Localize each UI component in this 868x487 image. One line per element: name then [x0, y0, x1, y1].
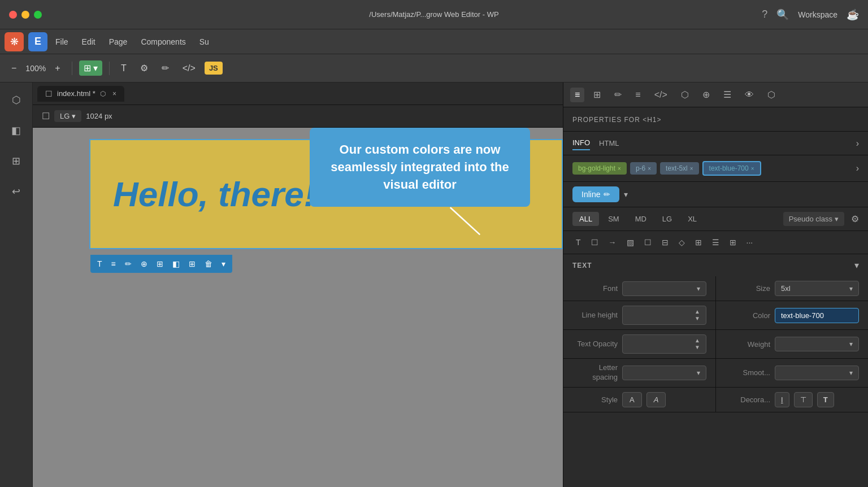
tab-html[interactable]: HTML — [599, 137, 619, 150]
menu-su[interactable]: Su — [194, 35, 215, 49]
panel-copy-icon[interactable]: ⊞ — [589, 87, 605, 102]
adjust-tool[interactable]: ⚙ — [136, 60, 153, 76]
text-section-arrow[interactable]: ▾ — [854, 260, 859, 271]
sidebar-layers-icon[interactable]: ◧ — [7, 120, 25, 141]
tags-expand-arrow[interactable]: › — [856, 163, 859, 173]
resp-md-button[interactable]: MD — [628, 212, 653, 226]
canvas-area[interactable]: Our custom colors are now seamlessly int… — [33, 128, 563, 487]
size-selector[interactable]: 5xl ▾ — [775, 281, 859, 296]
tag-text5xl-close[interactable]: × — [690, 166, 693, 172]
grid-btn[interactable]: ⊞ — [186, 257, 198, 271]
grid-view-button[interactable]: ⊞ ▾ — [79, 60, 102, 76]
panel-eye-icon[interactable]: 👁 — [740, 88, 758, 102]
list-style-tool[interactable]: ☰ — [709, 236, 723, 249]
text-opacity-control[interactable]: ▲ ▼ — [622, 334, 706, 354]
opacity-down[interactable]: ▼ — [695, 345, 700, 350]
diamond-style-tool[interactable]: ◇ — [675, 236, 688, 249]
strikethrough-button[interactable]: ⊤ — [794, 392, 813, 407]
tab-close-button[interactable]: × — [112, 90, 116, 98]
pseudo-class-dropdown[interactable]: Pseudo class ▾ — [783, 212, 844, 226]
panel-frame-icon[interactable]: ⬡ — [763, 87, 780, 102]
border-style-tool[interactable]: ☐ — [641, 236, 655, 249]
maximize-button[interactable] — [34, 11, 42, 19]
wrap-btn[interactable]: ◧ — [170, 257, 182, 271]
sidebar-nav-icon[interactable]: ⬡ — [7, 89, 25, 111]
viewport-device-selector[interactable]: LG ▾ — [54, 110, 81, 122]
smooth-selector[interactable]: ▾ — [775, 366, 859, 380]
inline-button[interactable]: Inline ✏ — [572, 186, 619, 202]
sidebar-undo-icon[interactable]: ↩ — [7, 181, 25, 202]
text-tool-btn[interactable]: T — [95, 257, 105, 271]
minimize-button[interactable] — [21, 11, 29, 19]
panel-brush-icon[interactable]: ✏ — [610, 87, 626, 102]
resp-lg-button[interactable]: LG — [656, 212, 679, 226]
text-section-header[interactable]: TEXT ▾ — [563, 254, 868, 276]
color-selector[interactable]: text-blue-700 — [775, 308, 859, 323]
line-height-control[interactable]: ▲ ▼ — [622, 306, 706, 325]
line-height-up[interactable]: ▲ — [695, 309, 700, 315]
tag-bg-gold-light[interactable]: bg-gold-light × — [572, 162, 627, 175]
pattern-style-tool[interactable]: ▨ — [623, 236, 637, 249]
panel-code-icon[interactable]: </> — [650, 88, 672, 102]
delete-btn[interactable]: 🗑 — [202, 257, 215, 271]
line-height-down[interactable]: ▼ — [695, 316, 700, 321]
pen-tool[interactable]: ✏ — [157, 60, 173, 76]
menu-file[interactable]: File — [50, 35, 74, 49]
tag-text-blue-700[interactable]: text-blue-700 × — [702, 161, 761, 176]
move-btn[interactable]: ⊞ — [154, 257, 166, 271]
tag-blue700-close[interactable]: × — [751, 166, 754, 172]
split-style-tool[interactable]: ⊟ — [658, 236, 672, 249]
text-properties-grid: Font ▾ Size 5xl ▾ Line height — [563, 276, 868, 412]
grid2-style-tool[interactable]: ⊞ — [726, 236, 740, 249]
coffee-icon[interactable]: ☕ — [847, 8, 859, 21]
weight-selector[interactable]: ▾ — [775, 337, 859, 351]
style-normal-button[interactable]: A — [622, 392, 642, 407]
panel-properties-icon[interactable]: ≡ — [570, 88, 584, 102]
resp-all-button[interactable]: ALL — [572, 212, 599, 226]
text-style-tool[interactable]: T — [572, 236, 584, 249]
box-style-tool[interactable]: ☐ — [588, 236, 602, 249]
panel-align-icon[interactable]: ≡ — [631, 88, 645, 102]
more-style-tool[interactable]: ··· — [743, 236, 757, 249]
menu-components[interactable]: Components — [135, 35, 191, 49]
sidebar-components-icon[interactable]: ⊞ — [7, 150, 25, 172]
zoom-out-button[interactable]: − — [7, 61, 21, 76]
tab-info[interactable]: INFO — [572, 136, 590, 150]
file-tab[interactable]: ☐ index.html * ⬡ × — [37, 86, 124, 102]
panel-export-icon[interactable]: ⬡ — [676, 87, 693, 102]
letter-spacing-control[interactable]: ▾ — [622, 366, 706, 380]
text-tool[interactable]: T — [116, 61, 131, 76]
tag-bg-gold-close[interactable]: × — [618, 166, 621, 172]
underline-button[interactable]: I — [775, 392, 789, 407]
resp-sm-button[interactable]: SM — [601, 212, 626, 226]
adjust-btn[interactable]: ≡ — [109, 257, 118, 271]
menu-page[interactable]: Page — [103, 35, 133, 49]
more-btn[interactable]: ▾ — [219, 257, 228, 271]
panel-tab-arrow[interactable]: › — [856, 138, 859, 149]
link-btn[interactable]: ⊕ — [138, 257, 150, 271]
js-toggle[interactable]: JS — [205, 62, 223, 75]
tag-text5xl[interactable]: text-5xl × — [660, 162, 699, 175]
size-dropdown-arrow: ▾ — [849, 285, 853, 293]
code-toggle[interactable]: </> — [178, 61, 200, 76]
workspace-button[interactable]: Workspace — [798, 10, 837, 19]
resp-xl-button[interactable]: XL — [681, 212, 704, 226]
inline-dropdown[interactable]: ▾ — [624, 190, 628, 199]
font-selector[interactable]: ▾ — [622, 281, 706, 296]
bold-button[interactable]: T — [817, 392, 834, 407]
close-button[interactable] — [9, 11, 17, 19]
search-icon[interactable]: 🔍 — [776, 8, 789, 21]
style-italic-button[interactable]: A — [646, 392, 666, 407]
tag-p6-close[interactable]: × — [648, 166, 651, 172]
menu-edit[interactable]: Edit — [76, 35, 101, 49]
panel-list-icon[interactable]: ☰ — [719, 87, 736, 102]
tune-icon[interactable]: ⚙ — [851, 214, 859, 224]
panel-wp-icon[interactable]: ⊕ — [698, 87, 714, 102]
indent-style-tool[interactable]: → — [605, 236, 620, 249]
opacity-up[interactable]: ▲ — [695, 338, 700, 343]
question-icon[interactable]: ? — [762, 8, 767, 20]
zoom-in-button[interactable]: + — [50, 61, 64, 76]
edit-btn[interactable]: ✏ — [123, 257, 134, 271]
tag-p6[interactable]: p-6 × — [630, 162, 657, 175]
grid-style-tool[interactable]: ⊞ — [692, 236, 705, 249]
